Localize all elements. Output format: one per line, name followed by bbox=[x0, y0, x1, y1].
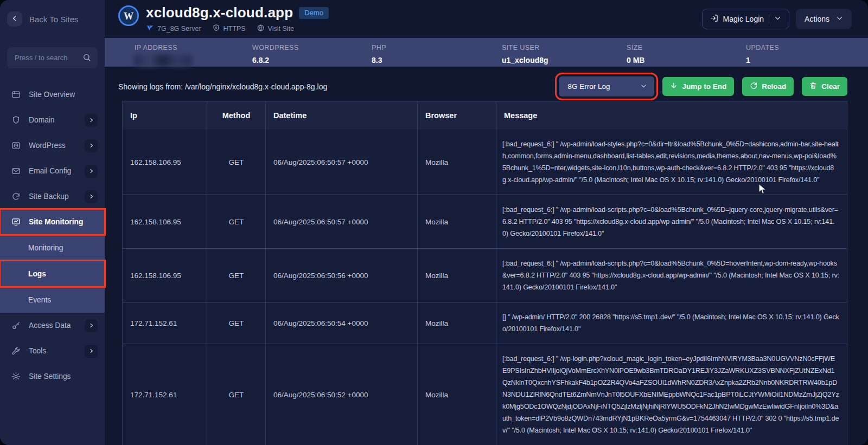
chevron-right-icon[interactable] bbox=[85, 114, 98, 127]
reload-icon bbox=[750, 82, 757, 91]
xcloud-v-icon bbox=[146, 24, 154, 34]
log-table-header: Ip Method Datetime Browser Message bbox=[123, 101, 847, 130]
cell-browser: Mozilla bbox=[418, 130, 496, 195]
showing-logs-text: Showing logs from: /var/log/nginx/xcloud… bbox=[118, 82, 327, 91]
sidebar-item-domain[interactable]: Domain bbox=[0, 107, 105, 133]
cell-ip: 162.158.106.95 bbox=[123, 249, 207, 302]
cell-message: [:bad_request_6:] " /wp-admin/load-scrip… bbox=[496, 195, 847, 248]
chevron-right-icon[interactable] bbox=[85, 319, 98, 332]
visit-site-link[interactable]: Visit Site bbox=[257, 24, 294, 34]
shield-icon bbox=[11, 115, 21, 125]
table-row: 162.158.106.95GET06/Aug/2025:06:50:57 +0… bbox=[123, 130, 847, 195]
server-label: 7G_8G Server bbox=[146, 24, 201, 34]
sidebar-item-logs[interactable]: Logs bbox=[0, 261, 105, 287]
magic-login-button[interactable]: Magic Login bbox=[702, 9, 790, 29]
info-label: UPDATES bbox=[746, 44, 868, 51]
shield-icon bbox=[212, 24, 220, 34]
login-icon bbox=[710, 14, 718, 24]
cell-datetime: 06/Aug/2025:06:50:56 +0000 bbox=[266, 249, 418, 302]
sidebar-item-site-overview[interactable]: Site Overview bbox=[0, 82, 105, 107]
demo-badge: Demo bbox=[299, 7, 329, 19]
chevron-down-icon bbox=[836, 15, 843, 23]
info-value: 8.3 bbox=[372, 56, 502, 65]
clear-button[interactable]: Clear bbox=[802, 77, 847, 96]
reload-button[interactable]: Reload bbox=[742, 77, 794, 96]
sidebar-item-events[interactable]: Events bbox=[0, 287, 105, 313]
backup-icon bbox=[11, 192, 21, 201]
sidebar-item-email-config[interactable]: Email Config bbox=[0, 158, 105, 184]
sidebar-item-tools[interactable]: Tools bbox=[0, 338, 105, 364]
info-item-size: SIZE0 MB bbox=[627, 44, 746, 67]
cell-ip: 162.158.106.95 bbox=[123, 195, 207, 248]
main-content: W xcloud8g.x-cloud.app Demo 7G_8G Server bbox=[105, 0, 868, 445]
gear-icon bbox=[11, 372, 21, 381]
cell-message: [:bad_request_6:] " /wp-login.php?xcloud… bbox=[496, 344, 847, 445]
cell-browser: Mozilla bbox=[418, 302, 496, 344]
cell-datetime: 06/Aug/2025:06:50:57 +0000 bbox=[266, 130, 418, 195]
info-item-site-user: SITE USERu1_xcloud8g bbox=[502, 44, 627, 67]
trash-icon bbox=[809, 82, 817, 91]
sidebar-item-label: Site Backup bbox=[29, 192, 76, 201]
wordpress-logo-icon: W bbox=[118, 5, 139, 26]
log-type-select[interactable]: 8G Error Log bbox=[559, 76, 654, 96]
back-to-sites[interactable]: Back To Sites bbox=[0, 11, 105, 27]
sidebar-item-site-settings[interactable]: Site Settings bbox=[0, 364, 105, 389]
sidebar-item-access-data[interactable]: Access Data bbox=[0, 313, 105, 338]
site-info-bar: IP ADDRESSWORDPRESS6.8.2PHP8.3SITE USERu… bbox=[105, 38, 868, 67]
jump-to-end-button[interactable]: Jump to End bbox=[662, 77, 734, 96]
log-table: Ip Method Datetime Browser Message 162.1… bbox=[122, 101, 847, 445]
chevron-right-icon[interactable] bbox=[85, 165, 98, 178]
chevron-right-icon[interactable] bbox=[85, 190, 98, 203]
log-toolbar: Showing logs from: /var/log/nginx/xcloud… bbox=[105, 67, 868, 100]
info-item-wordpress: WORDPRESS6.8.2 bbox=[252, 44, 372, 67]
cell-ip: 172.71.152.61 bbox=[123, 302, 207, 344]
app-window: Back To Sites Site OverviewDomainWordPre… bbox=[0, 0, 868, 445]
cell-method: GET bbox=[207, 195, 266, 248]
cell-browser: Mozilla bbox=[418, 249, 496, 302]
chevron-right-icon[interactable] bbox=[85, 345, 98, 358]
key-icon bbox=[11, 321, 21, 330]
back-to-sites-label: Back To Sites bbox=[29, 15, 79, 24]
sidebar-item-label: Site Settings bbox=[29, 372, 98, 380]
cell-method: GET bbox=[207, 344, 266, 445]
sidebar-item-monitoring[interactable]: Monitoring bbox=[0, 235, 105, 261]
page-title: xcloud8g.x-cloud.app bbox=[146, 4, 293, 21]
sidebar: Back To Sites Site OverviewDomainWordPre… bbox=[0, 0, 105, 445]
back-button[interactable] bbox=[7, 11, 22, 27]
sidebar-item-label: Site Monitoring bbox=[29, 218, 98, 226]
cell-method: GET bbox=[207, 302, 266, 344]
info-value: 0 MB bbox=[627, 56, 746, 65]
sidebar-item-label: Monitoring bbox=[28, 244, 63, 252]
sidebar-item-label: WordPress bbox=[29, 141, 76, 150]
envelope-icon bbox=[11, 166, 21, 176]
info-label: WORDPRESS bbox=[252, 44, 372, 51]
info-value: u1_xcloud8g bbox=[502, 56, 627, 65]
https-badge[interactable]: HTTPS bbox=[212, 24, 246, 34]
column-header-message: Message bbox=[496, 101, 847, 130]
cell-method: GET bbox=[207, 249, 266, 302]
button-divider bbox=[769, 14, 769, 24]
actions-button[interactable]: Actions bbox=[796, 9, 852, 29]
table-row: 162.158.106.95GET06/Aug/2025:06:50:56 +0… bbox=[123, 248, 847, 302]
site-identity: W xcloud8g.x-cloud.app Demo 7G_8G Server bbox=[118, 4, 329, 34]
info-label: PHP bbox=[372, 44, 502, 51]
info-item-ip-address: IP ADDRESS bbox=[135, 44, 252, 67]
globe-icon bbox=[257, 24, 265, 34]
info-item-php: PHP8.3 bbox=[372, 44, 502, 67]
tools-icon bbox=[11, 346, 21, 356]
chevron-right-icon[interactable] bbox=[85, 139, 98, 152]
sidebar-item-site-backup[interactable]: Site Backup bbox=[0, 184, 105, 209]
sidebar-search bbox=[7, 47, 98, 68]
cell-ip: 162.158.106.95 bbox=[123, 130, 207, 195]
sidebar-item-site-monitoring[interactable]: Site Monitoring bbox=[0, 209, 105, 235]
site-header: W xcloud8g.x-cloud.app Demo 7G_8G Server bbox=[105, 0, 868, 38]
sidebar-item-label: Events bbox=[28, 296, 51, 304]
info-value: 1 bbox=[746, 56, 868, 65]
column-header-ip: Ip bbox=[123, 101, 207, 130]
column-header-browser: Browser bbox=[418, 101, 496, 130]
chevron-down-icon[interactable] bbox=[774, 15, 781, 23]
cell-message: [:bad_request_6:] " /wp-admin/load-scrip… bbox=[496, 249, 847, 302]
table-row: 172.71.152.61GET06/Aug/2025:06:50:52 +00… bbox=[123, 344, 847, 445]
chevron-left-icon bbox=[11, 15, 18, 24]
sidebar-item-wordpress[interactable]: WordPress bbox=[0, 133, 105, 158]
